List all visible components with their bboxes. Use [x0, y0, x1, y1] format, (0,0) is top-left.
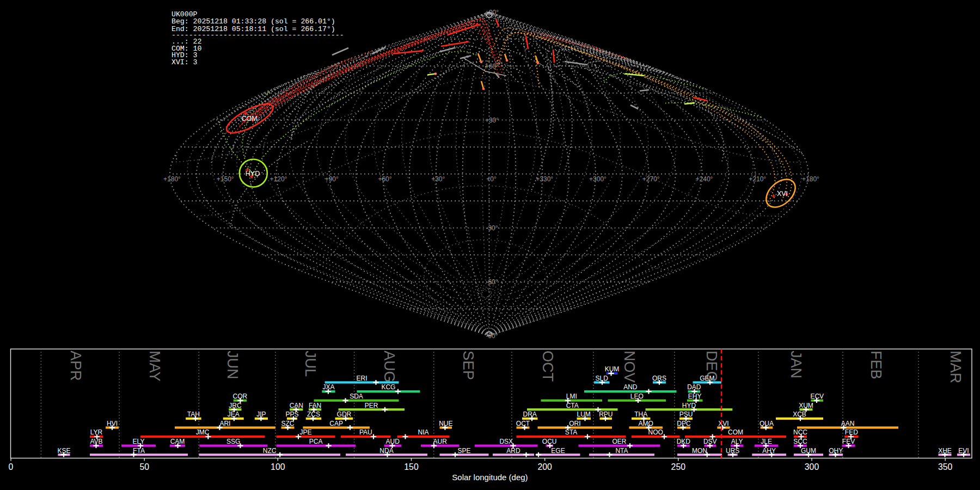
svg-text:+150°: +150°	[217, 175, 234, 183]
svg-text:+90°: +90°	[485, 9, 499, 16]
svg-text:DSX: DSX	[499, 438, 513, 445]
svg-text:+240°: +240°	[696, 175, 713, 183]
svg-text:GEM: GEM	[700, 375, 714, 382]
svg-text:NCC: NCC	[793, 428, 807, 436]
svg-text:-90°: -90°	[486, 332, 498, 340]
svg-text:ARI: ARI	[219, 420, 230, 427]
svg-text:+30°: +30°	[431, 175, 445, 183]
svg-text:MAR: MAR	[947, 351, 964, 383]
svg-text:SEP: SEP	[460, 351, 476, 380]
svg-text:FTA: FTA	[133, 447, 145, 455]
svg-text:APR: APR	[68, 351, 84, 381]
svg-text:+60°: +60°	[485, 63, 499, 70]
svg-text:XVI: 3: XVI: 3	[171, 58, 198, 66]
svg-text:250: 250	[671, 462, 686, 471]
svg-text:JMC: JMC	[196, 428, 210, 436]
svg-text:PAU: PAU	[359, 428, 372, 436]
svg-text:NTA: NTA	[615, 447, 628, 455]
svg-text:COM: COM	[241, 115, 257, 122]
svg-text:GDR: GDR	[337, 411, 352, 418]
svg-text:+270°: +270°	[642, 175, 660, 183]
svg-text:HYD: HYD	[246, 170, 260, 177]
svg-text:300: 300	[805, 462, 819, 471]
svg-text:-30°: -30°	[486, 224, 498, 232]
svg-text:+30°: +30°	[485, 117, 499, 124]
svg-text:JAN: JAN	[788, 351, 804, 378]
svg-text:KCG: KCG	[381, 383, 395, 391]
svg-text:-60°: -60°	[486, 278, 498, 286]
svg-text:150: 150	[404, 462, 419, 471]
svg-text:STA: STA	[565, 428, 577, 436]
svg-text:OER: OER	[612, 438, 626, 445]
svg-text:COM: COM	[728, 428, 743, 436]
svg-text:NOO: NOO	[648, 428, 663, 436]
svg-text:350: 350	[938, 462, 953, 471]
svg-text:OCT: OCT	[540, 351, 556, 382]
svg-text:XCB: XCB	[793, 411, 806, 418]
svg-text:+90°: +90°	[325, 175, 339, 183]
svg-text:+0°: +0°	[486, 175, 497, 183]
svg-text:DPC: DPC	[677, 420, 691, 427]
svg-text:PCA: PCA	[309, 438, 323, 445]
svg-text:200: 200	[538, 462, 553, 471]
svg-text:QUA: QUA	[759, 420, 774, 427]
svg-text:+180°: +180°	[802, 175, 819, 183]
svg-text:JUL: JUL	[302, 351, 318, 377]
svg-text:AAN: AAN	[841, 420, 855, 427]
svg-text:PER: PER	[365, 402, 378, 409]
svg-text:ELY: ELY	[133, 438, 145, 445]
svg-text:AHY: AHY	[762, 447, 776, 455]
svg-text:NZC: NZC	[263, 447, 277, 455]
svg-text:JUN: JUN	[224, 351, 241, 379]
svg-text:FEB: FEB	[868, 351, 884, 379]
svg-text:THA: THA	[634, 411, 647, 418]
svg-text:+210°: +210°	[749, 175, 766, 183]
svg-text:DRA: DRA	[523, 411, 537, 418]
svg-text:EGE: EGE	[551, 447, 565, 455]
svg-text:TAH: TAH	[187, 411, 200, 418]
svg-text:MAY: MAY	[146, 351, 163, 382]
svg-text:CAP: CAP	[329, 420, 343, 427]
svg-text:ORI: ORI	[569, 420, 580, 427]
svg-text:Solar longitude (deg): Solar longitude (deg)	[452, 473, 528, 482]
svg-text:NUE: NUE	[439, 420, 452, 427]
svg-text:AND: AND	[623, 383, 638, 391]
svg-text:100: 100	[271, 462, 285, 471]
svg-text:KUM: KUM	[605, 365, 620, 373]
svg-text:LUM: LUM	[577, 411, 591, 418]
svg-text:ERI: ERI	[356, 375, 367, 382]
svg-text:+300°: +300°	[589, 175, 607, 183]
svg-text:AUG: AUG	[381, 351, 397, 383]
svg-text:JPE: JPE	[299, 428, 311, 436]
svg-text:SDA: SDA	[350, 393, 363, 400]
svg-text:OCT: OCT	[516, 420, 530, 427]
svg-text:XVI: XVI	[718, 420, 728, 427]
svg-text:+120°: +120°	[270, 175, 287, 183]
svg-text:SPE: SPE	[457, 447, 470, 455]
svg-text:NIA: NIA	[418, 428, 428, 436]
svg-text:+60°: +60°	[378, 175, 391, 183]
svg-text:AMO: AMO	[639, 420, 653, 427]
svg-text:XVI: XVI	[777, 190, 788, 198]
svg-text:FAN: FAN	[309, 402, 321, 409]
svg-text:+330°: +330°	[536, 175, 553, 183]
svg-text:0: 0	[9, 462, 14, 471]
svg-text:MON: MON	[692, 447, 707, 455]
svg-text:+180°: +180°	[163, 175, 181, 183]
svg-text:50: 50	[139, 462, 149, 471]
svg-text:NOV: NOV	[621, 351, 638, 383]
svg-text:LEO: LEO	[630, 393, 644, 400]
svg-text:SSG: SSG	[226, 438, 240, 445]
svg-text:AUR: AUR	[433, 438, 448, 445]
svg-text:NDA: NDA	[379, 447, 393, 455]
